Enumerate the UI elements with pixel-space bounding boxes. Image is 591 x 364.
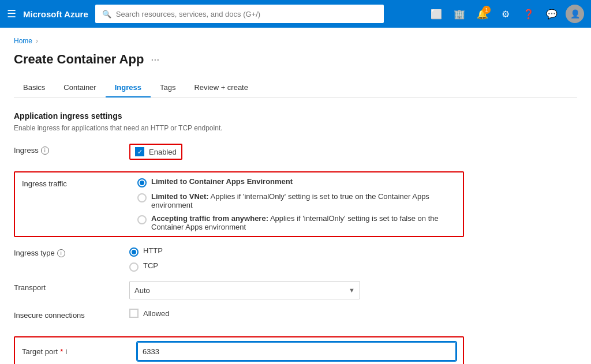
main-content: Home › Create Container App ··· Basics C… [0, 28, 591, 364]
ingress-type-label: Ingress type i [14, 246, 129, 257]
traffic-label-container-env: Limited to Container Apps Environment [151, 177, 293, 186]
ingress-control: ✓ Enabled [129, 144, 476, 160]
ingress-traffic-options: Limited to Container Apps Environment Li… [137, 177, 456, 231]
search-input[interactable] [116, 10, 377, 18]
insecure-control: Allowed [129, 309, 476, 318]
section-title: Application ingress settings [14, 111, 577, 121]
notification-badge: 1 [482, 6, 491, 14]
insecure-allowed-label: Allowed [143, 309, 170, 318]
cloud-shell-icon[interactable]: ⬜ [427, 5, 446, 23]
breadcrumb-home[interactable]: Home [14, 37, 32, 45]
settings-icon[interactable]: ⚙ [496, 5, 515, 23]
section-desc: Enable ingress for applications that nee… [14, 124, 577, 132]
ingress-traffic-section: Ingress traffic Limited to Container App… [14, 171, 577, 237]
ingress-type-http-label: HTTP [143, 246, 163, 255]
radio-tcp[interactable] [129, 262, 139, 272]
radio-http[interactable] [129, 247, 139, 257]
traffic-option-anywhere[interactable]: Accepting traffic from anywhere: Applies… [137, 214, 456, 231]
notification-icon[interactable]: 🔔 1 [473, 5, 492, 23]
ingress-traffic-label: Ingress traffic [22, 177, 137, 188]
target-port-input[interactable] [137, 342, 456, 361]
transport-select[interactable]: Auto ▼ [129, 281, 360, 299]
target-port-highlighted-row: Target port * i [14, 336, 464, 364]
insecure-connections-row: Insecure connections Allowed [14, 309, 577, 327]
breadcrumb: Home › [14, 37, 577, 45]
traffic-label-vnet: Limited to VNet: Applies if 'internalOnl… [151, 192, 456, 209]
topnav-icons: ⬜ 🏢 🔔 1 ⚙ ❓ 💬 👤 [427, 5, 584, 23]
radio-anywhere[interactable] [137, 215, 147, 224]
traffic-option-vnet[interactable]: Limited to VNet: Applies if 'internalOnl… [137, 192, 456, 209]
target-port-required-mark: * [60, 347, 63, 356]
brand-label: Microsoft Azure [23, 9, 88, 19]
ingress-checkbox[interactable]: ✓ [135, 147, 144, 156]
ingress-row: Ingress i ✓ Enabled [14, 144, 577, 162]
transport-label: Transport [14, 281, 129, 292]
target-port-label: Target port * i [22, 347, 137, 356]
title-ellipsis-menu[interactable]: ··· [151, 54, 159, 66]
insecure-checkbox[interactable] [129, 309, 139, 318]
target-port-control [137, 342, 456, 361]
tab-basics[interactable]: Basics [14, 78, 54, 97]
ingress-label: Ingress i [14, 144, 129, 155]
ingress-type-tcp-label: TCP [143, 261, 158, 270]
ingress-type-http[interactable]: HTTP [129, 246, 476, 257]
ingress-info-icon[interactable]: i [41, 147, 49, 155]
feedback-icon[interactable]: 💬 [543, 5, 561, 23]
ingress-type-tcp[interactable]: TCP [129, 261, 476, 272]
insecure-checkbox-row: Allowed [129, 309, 476, 318]
directory-icon[interactable]: 🏢 [450, 5, 469, 23]
search-icon: 🔍 [102, 10, 111, 18]
ingress-type-info-icon[interactable]: i [57, 249, 65, 257]
ingress-type-row: Ingress type i HTTP TCP [14, 246, 577, 272]
help-icon[interactable]: ❓ [519, 5, 538, 23]
transport-value: Auto [134, 286, 150, 295]
tab-tags[interactable]: Tags [151, 78, 185, 97]
transport-control: Auto ▼ [129, 281, 476, 299]
ingress-enabled-checkbox-wrapper[interactable]: ✓ Enabled [129, 144, 182, 160]
topnav: ☰ Microsoft Azure 🔍 ⬜ 🏢 🔔 1 ⚙ ❓ 💬 👤 [0, 0, 591, 28]
ingress-traffic-highlighted-row: Ingress traffic Limited to Container App… [14, 171, 464, 237]
traffic-label-anywhere: Accepting traffic from anywhere: Applies… [151, 214, 456, 231]
radio-container-env[interactable] [137, 178, 147, 187]
traffic-option-container-env[interactable]: Limited to Container Apps Environment [137, 177, 456, 187]
radio-vnet[interactable] [137, 193, 147, 202]
search-box[interactable]: 🔍 [95, 5, 384, 23]
ingress-type-options: HTTP TCP [129, 246, 476, 272]
hamburger-icon[interactable]: ☰ [7, 7, 16, 20]
tab-ingress[interactable]: Ingress [106, 78, 151, 97]
chevron-down-icon: ▼ [349, 287, 355, 294]
target-port-info-icon[interactable]: i [65, 347, 67, 356]
insecure-label: Insecure connections [14, 309, 129, 320]
tab-review-create[interactable]: Review + create [185, 78, 257, 97]
page-title-row: Create Container App ··· [14, 52, 577, 67]
page-title: Create Container App [14, 52, 144, 67]
breadcrumb-separator: › [36, 37, 38, 45]
avatar[interactable]: 👤 [566, 5, 584, 23]
ingress-enabled-label: Enabled [149, 148, 177, 156]
tab-container[interactable]: Container [54, 78, 105, 97]
transport-row: Transport Auto ▼ [14, 281, 577, 299]
tab-bar: Basics Container Ingress Tags Review + c… [14, 78, 577, 97]
